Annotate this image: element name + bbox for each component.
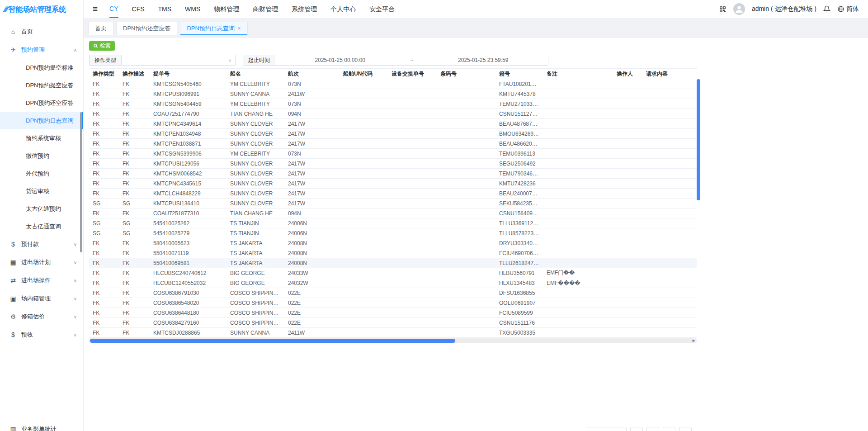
page-tab[interactable]: DPN预约日志查询×	[180, 22, 247, 35]
end-time-input[interactable]: 2025-01-25 23:59:59	[419, 57, 548, 63]
sidebar-item[interactable]: ⌂首页	[0, 23, 83, 41]
table-row[interactable]: FKFKKMTCPNC4345615SUNNY CLOVER2417WKMTU7…	[89, 179, 697, 189]
page-number-button[interactable]	[663, 427, 675, 431]
sidebar-subitem[interactable]: DPN预约提空应答	[0, 76, 83, 94]
column-header[interactable]: 船舶UN代码	[340, 69, 388, 79]
column-header[interactable]: 提单号	[150, 69, 226, 79]
table-row[interactable]: FKFKKMTCPEN1034948SUNNY CLOVER2417WBMOU6…	[89, 129, 697, 139]
topnav-item[interactable]: WMS	[185, 0, 200, 18]
start-time-input[interactable]: 2025-01-25 00:00:00	[275, 57, 405, 63]
table-row[interactable]: FKFKCOSU6386548020COSCO SHIPPING GAL...0…	[89, 298, 697, 308]
avatar[interactable]	[733, 3, 745, 15]
sidebar-subitem[interactable]: 太古亿通预约	[0, 200, 83, 218]
sidebar-subitem[interactable]: 微信预约	[0, 147, 83, 165]
vertical-scrollbar-thumb[interactable]	[697, 79, 700, 200]
page-tab[interactable]: DPN预约还空应答	[116, 22, 177, 35]
box-icon: ▣	[9, 295, 17, 302]
table-row[interactable]: SGSG545410025262TS TIANJIN24006NTLLU3369…	[89, 218, 697, 228]
table-row[interactable]: FKFKHLCUBSC240740612BIG GEORGE24033WHLBU…	[89, 268, 697, 278]
page-number-button[interactable]	[646, 427, 659, 431]
close-icon[interactable]: ×	[237, 25, 241, 31]
sidebar-subitem[interactable]: 预约系统审核	[0, 129, 83, 147]
header-right: admin ( 远洋仓配堆场 ) 简体	[719, 3, 859, 15]
sidebar-item[interactable]: $预收∨	[0, 326, 83, 344]
table-cell	[642, 199, 697, 208]
topnav-item[interactable]: CY	[109, 0, 118, 18]
table-row[interactable]: FKFKKMTCLCH4848229SUNNY CLOVER2417WBEAU2…	[89, 189, 697, 199]
table-row[interactable]: FKFK550410071119TS JAKARTA24008NFCIU4690…	[89, 248, 697, 258]
column-header[interactable]: 箱号	[495, 69, 543, 79]
table-row[interactable]: FKFKKMTCSGN5405460YM CELEBRITY073NFTAU10…	[89, 79, 697, 89]
page-tab[interactable]: 首页	[88, 22, 113, 35]
sidebar-scrollbar[interactable]	[80, 112, 82, 252]
search-button[interactable]: 检索	[89, 41, 115, 51]
table-row[interactable]: FKFKCOSU6384279160COSCO SHIPPING GAL...0…	[89, 318, 697, 328]
table-cell: 580410005623	[150, 238, 226, 248]
column-header[interactable]: 设备交接单号	[388, 69, 437, 79]
table-row[interactable]: FKFKKMTCHSM0068542SUNNY CLOVER2417WTEMU7…	[89, 169, 697, 179]
column-header[interactable]: 船名	[226, 69, 284, 79]
scroll-right-icon[interactable]: ►	[692, 338, 696, 343]
table-row[interactable]: FKFKCOSU6386448180COSCO SHIPPING GAL...0…	[89, 308, 697, 318]
language-switcher[interactable]: 简体	[837, 5, 859, 13]
sidebar-subitem[interactable]: DPN预约还空应答	[0, 94, 83, 112]
horizontal-scrollbar-thumb[interactable]	[90, 339, 455, 343]
table-row[interactable]: FKFKKMTCSGN5399906YM CELEBRITY073NTEMU03…	[89, 149, 697, 159]
next-page-button[interactable]	[679, 427, 692, 431]
topnav-item[interactable]: 安全平台	[369, 0, 395, 18]
topnav-item[interactable]: TMS	[158, 0, 172, 18]
table-cell	[543, 179, 613, 189]
table-row[interactable]: FKFKHLCUBC1240552032BIG GEORGE24032WHLXU…	[89, 278, 697, 288]
topnav-item[interactable]: 系统管理	[292, 0, 317, 18]
table-row[interactable]: FKFKCOAU7251774790TIAN CHANG HE094NCSNU1…	[89, 109, 697, 119]
table-row[interactable]: FKFKKMTCPEN1038871SUNNY CLOVER2417WBEAU4…	[89, 139, 697, 149]
topnav-item[interactable]: 个人中心	[330, 0, 356, 18]
sidebar-subitem[interactable]: 太古亿通查询	[0, 218, 83, 235]
column-header[interactable]: 条码号	[437, 69, 495, 79]
horizontal-scrollbar[interactable]: ◄ ►	[89, 338, 697, 343]
user-name[interactable]: admin ( 远洋仓配堆场 )	[752, 5, 816, 13]
column-header[interactable]: 请求内容	[642, 69, 697, 79]
table-row[interactable]: FKFKKMTCPUSI129056SUNNY CLOVER2417WSEGU2…	[89, 159, 697, 169]
table-row[interactable]: FKFKKMTCPNC4349614SUNNY CLOVER2417WBEAU4…	[89, 119, 697, 129]
operation-type-select[interactable]: ∨	[122, 55, 236, 66]
bell-icon[interactable]	[823, 5, 830, 13]
table-cell: TLLU8578223,TX...	[495, 228, 543, 238]
sidebar-subitem[interactable]: 外代预约	[0, 165, 83, 182]
sidebar-item[interactable]: ⇄进出场操作∨	[0, 271, 83, 289]
column-header[interactable]: 操作描述	[119, 69, 150, 79]
table-row[interactable]: FKFK550410069581TS JAKARTA24008NTLLU2618…	[89, 258, 697, 268]
column-header[interactable]: 操作类型	[89, 69, 119, 79]
topnav-item[interactable]: 商财管理	[253, 0, 278, 18]
sidebar-item[interactable]: ▥业务影单统计	[0, 420, 83, 431]
prev-page-button[interactable]	[630, 427, 643, 431]
sidebar-subitem[interactable]: 货运审核	[0, 182, 83, 200]
table-row[interactable]: SGSG545410025279TS TIANJIN24006NTLLU8578…	[89, 228, 697, 238]
table-row[interactable]: FKFKKMTCPUSI096991SUNNY CANNA2411WKMTU74…	[89, 89, 697, 99]
sidebar-subitem[interactable]: DPN预约提空标准	[0, 59, 83, 76]
vertical-scrollbar[interactable]	[697, 79, 700, 338]
table-row[interactable]: FKFKKMTCSGN5404459YM CELEBRITY073NTEMU27…	[89, 99, 697, 109]
topnav-item[interactable]: CFS	[132, 0, 145, 18]
time-range-input[interactable]: 2025-01-25 00:00:00 ~ 2025-01-25 23:59:5…	[275, 55, 548, 66]
page-size-select[interactable]	[588, 427, 627, 431]
column-header[interactable]: 航次	[284, 69, 340, 79]
table-row[interactable]: FKFKCOSU6386791030COSCO SHIPPING GAL...0…	[89, 288, 697, 298]
sidebar-item[interactable]: ▣场内箱管理∨	[0, 289, 83, 308]
table-row[interactable]: SGSGKMTCPUSI136410SUNNY CLOVER2417WSEKU5…	[89, 199, 697, 208]
pagination[interactable]	[588, 427, 692, 431]
table-cell: KMTCPUSI096991	[150, 89, 226, 99]
column-header[interactable]: 备注	[543, 69, 613, 79]
table-row[interactable]: FKFKKMTCSDJ0288865SUNNY CANNA2411WTXGU50…	[89, 328, 697, 338]
sidebar-item[interactable]: ▦进出场计划∨	[0, 253, 83, 271]
sidebar-item[interactable]: $预付款∨	[0, 235, 83, 253]
sidebar-item[interactable]: ✈预约管理∧	[0, 41, 83, 59]
topnav-item[interactable]: 物料管理	[214, 0, 239, 18]
qrcode-icon[interactable]	[719, 5, 726, 13]
sidebar-item[interactable]: ⚙修箱估价∨	[0, 308, 83, 326]
column-header[interactable]: 操作人	[613, 69, 642, 79]
table-row[interactable]: FKFK580410005623TS JAKARTA24008NDRYU3033…	[89, 238, 697, 248]
collapse-menu-icon[interactable]: ≡	[93, 4, 98, 14]
sidebar-subitem[interactable]: DPN预约日志查询	[0, 112, 83, 129]
table-row[interactable]: FKFKCOAU7251877310TIAN CHANG HE094NCSNU1…	[89, 208, 697, 218]
